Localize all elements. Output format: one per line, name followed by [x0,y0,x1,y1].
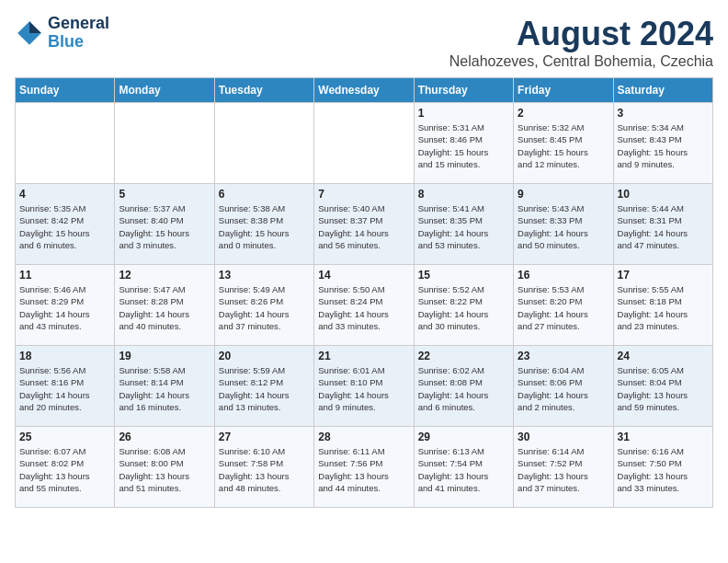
calendar-cell: 7Sunrise: 5:40 AM Sunset: 8:37 PM Daylig… [314,184,414,265]
day-info: Sunrise: 6:04 AM Sunset: 8:06 PM Dayligh… [518,364,609,413]
week-row-5: 25Sunrise: 6:07 AM Sunset: 8:02 PM Dayli… [16,427,713,508]
calendar-cell [214,103,313,184]
calendar-cell: 25Sunrise: 6:07 AM Sunset: 8:02 PM Dayli… [16,427,115,508]
calendar-body: 1Sunrise: 5:31 AM Sunset: 8:46 PM Daylig… [16,103,713,508]
day-number: 10 [618,188,709,201]
calendar-cell: 4Sunrise: 5:35 AM Sunset: 8:42 PM Daylig… [16,184,115,265]
header-cell-tuesday: Tuesday [214,78,313,103]
day-number: 25 [19,431,110,443]
calendar-cell: 5Sunrise: 5:37 AM Sunset: 8:40 PM Daylig… [115,184,214,265]
day-info: Sunrise: 6:14 AM Sunset: 7:52 PM Dayligh… [518,445,609,494]
calendar-cell [16,103,115,184]
day-info: Sunrise: 5:50 AM Sunset: 8:24 PM Dayligh… [318,283,409,332]
day-number: 16 [518,269,609,282]
day-info: Sunrise: 5:49 AM Sunset: 8:26 PM Dayligh… [219,283,310,332]
calendar-cell: 22Sunrise: 6:02 AM Sunset: 8:08 PM Dayli… [414,346,513,427]
calendar-cell: 28Sunrise: 6:11 AM Sunset: 7:56 PM Dayli… [314,427,414,508]
logo-icon [15,18,44,48]
day-number: 9 [518,188,609,201]
day-info: Sunrise: 5:35 AM Sunset: 8:42 PM Dayligh… [19,202,110,251]
day-number: 20 [219,350,310,362]
calendar-cell: 9Sunrise: 5:43 AM Sunset: 8:33 PM Daylig… [514,184,613,265]
page-header: General Blue August 2024 Nelahozeves, Ce… [15,15,713,70]
logo-text: General Blue [48,15,109,52]
calendar-cell: 30Sunrise: 6:14 AM Sunset: 7:52 PM Dayli… [514,427,613,508]
day-info: Sunrise: 5:56 AM Sunset: 8:16 PM Dayligh… [19,364,110,413]
day-number: 3 [618,107,709,120]
day-number: 17 [618,269,709,282]
day-info: Sunrise: 5:31 AM Sunset: 8:46 PM Dayligh… [418,121,509,170]
day-number: 2 [518,107,609,120]
calendar-cell: 11Sunrise: 5:46 AM Sunset: 8:29 PM Dayli… [16,265,115,346]
day-info: Sunrise: 6:08 AM Sunset: 8:00 PM Dayligh… [119,445,210,494]
calendar-cell: 16Sunrise: 5:53 AM Sunset: 8:20 PM Dayli… [514,265,613,346]
day-number: 24 [618,350,709,362]
day-number: 6 [219,188,310,201]
day-info: Sunrise: 5:37 AM Sunset: 8:40 PM Dayligh… [119,202,210,251]
day-number: 27 [219,431,310,443]
day-number: 1 [418,107,509,120]
header-cell-friday: Friday [514,78,613,103]
header-row: SundayMondayTuesdayWednesdayThursdayFrid… [16,78,713,103]
calendar-table: SundayMondayTuesdayWednesdayThursdayFrid… [15,77,713,508]
day-info: Sunrise: 6:01 AM Sunset: 8:10 PM Dayligh… [318,364,409,413]
day-info: Sunrise: 5:32 AM Sunset: 8:45 PM Dayligh… [518,121,609,170]
calendar-cell: 2Sunrise: 5:32 AM Sunset: 8:45 PM Daylig… [514,103,613,184]
calendar-cell: 1Sunrise: 5:31 AM Sunset: 8:46 PM Daylig… [414,103,513,184]
day-number: 4 [19,188,110,201]
calendar-cell: 19Sunrise: 5:58 AM Sunset: 8:14 PM Dayli… [115,346,214,427]
day-info: Sunrise: 5:46 AM Sunset: 8:29 PM Dayligh… [19,283,110,332]
header-cell-wednesday: Wednesday [314,78,414,103]
day-info: Sunrise: 5:52 AM Sunset: 8:22 PM Dayligh… [418,283,509,332]
calendar-cell [314,103,414,184]
day-number: 7 [318,188,409,201]
day-number: 28 [318,431,409,443]
day-info: Sunrise: 6:10 AM Sunset: 7:58 PM Dayligh… [219,445,310,494]
day-info: Sunrise: 5:34 AM Sunset: 8:43 PM Dayligh… [618,121,709,170]
calendar-cell: 23Sunrise: 6:04 AM Sunset: 8:06 PM Dayli… [514,346,613,427]
calendar-cell: 18Sunrise: 5:56 AM Sunset: 8:16 PM Dayli… [16,346,115,427]
week-row-4: 18Sunrise: 5:56 AM Sunset: 8:16 PM Dayli… [16,346,713,427]
week-row-3: 11Sunrise: 5:46 AM Sunset: 8:29 PM Dayli… [16,265,713,346]
svg-marker-1 [29,21,41,33]
calendar-cell: 13Sunrise: 5:49 AM Sunset: 8:26 PM Dayli… [214,265,313,346]
calendar-cell: 3Sunrise: 5:34 AM Sunset: 8:43 PM Daylig… [613,103,712,184]
calendar-cell: 27Sunrise: 6:10 AM Sunset: 7:58 PM Dayli… [214,427,313,508]
day-number: 19 [119,350,210,362]
day-info: Sunrise: 6:16 AM Sunset: 7:50 PM Dayligh… [618,445,709,494]
calendar-subtitle: Nelahozeves, Central Bohemia, Czechia [449,53,713,70]
calendar-cell: 21Sunrise: 6:01 AM Sunset: 8:10 PM Dayli… [314,346,414,427]
header-cell-thursday: Thursday [414,78,513,103]
day-info: Sunrise: 5:53 AM Sunset: 8:20 PM Dayligh… [518,283,609,332]
day-info: Sunrise: 6:13 AM Sunset: 7:54 PM Dayligh… [418,445,509,494]
calendar-header: SundayMondayTuesdayWednesdayThursdayFrid… [16,78,713,103]
week-row-2: 4Sunrise: 5:35 AM Sunset: 8:42 PM Daylig… [16,184,713,265]
day-info: Sunrise: 6:02 AM Sunset: 8:08 PM Dayligh… [418,364,509,413]
calendar-cell: 10Sunrise: 5:44 AM Sunset: 8:31 PM Dayli… [613,184,712,265]
header-cell-monday: Monday [115,78,214,103]
day-info: Sunrise: 5:44 AM Sunset: 8:31 PM Dayligh… [618,202,709,251]
day-number: 13 [219,269,310,282]
day-info: Sunrise: 5:38 AM Sunset: 8:38 PM Dayligh… [219,202,310,251]
day-number: 11 [19,269,110,282]
day-number: 23 [518,350,609,362]
day-info: Sunrise: 5:59 AM Sunset: 8:12 PM Dayligh… [219,364,310,413]
day-number: 18 [19,350,110,362]
day-number: 14 [318,269,409,282]
calendar-cell: 20Sunrise: 5:59 AM Sunset: 8:12 PM Dayli… [214,346,313,427]
day-info: Sunrise: 6:11 AM Sunset: 7:56 PM Dayligh… [318,445,409,494]
calendar-cell: 31Sunrise: 6:16 AM Sunset: 7:50 PM Dayli… [613,427,712,508]
calendar-cell: 15Sunrise: 5:52 AM Sunset: 8:22 PM Dayli… [414,265,513,346]
week-row-1: 1Sunrise: 5:31 AM Sunset: 8:46 PM Daylig… [16,103,713,184]
day-number: 21 [318,350,409,362]
day-number: 5 [119,188,210,201]
calendar-cell: 17Sunrise: 5:55 AM Sunset: 8:18 PM Dayli… [613,265,712,346]
day-info: Sunrise: 6:07 AM Sunset: 8:02 PM Dayligh… [19,445,110,494]
header-cell-sunday: Sunday [16,78,115,103]
day-info: Sunrise: 6:05 AM Sunset: 8:04 PM Dayligh… [618,364,709,413]
day-number: 15 [418,269,509,282]
calendar-cell: 29Sunrise: 6:13 AM Sunset: 7:54 PM Dayli… [414,427,513,508]
day-info: Sunrise: 5:58 AM Sunset: 8:14 PM Dayligh… [119,364,210,413]
day-number: 26 [119,431,210,443]
logo: General Blue [15,15,109,52]
